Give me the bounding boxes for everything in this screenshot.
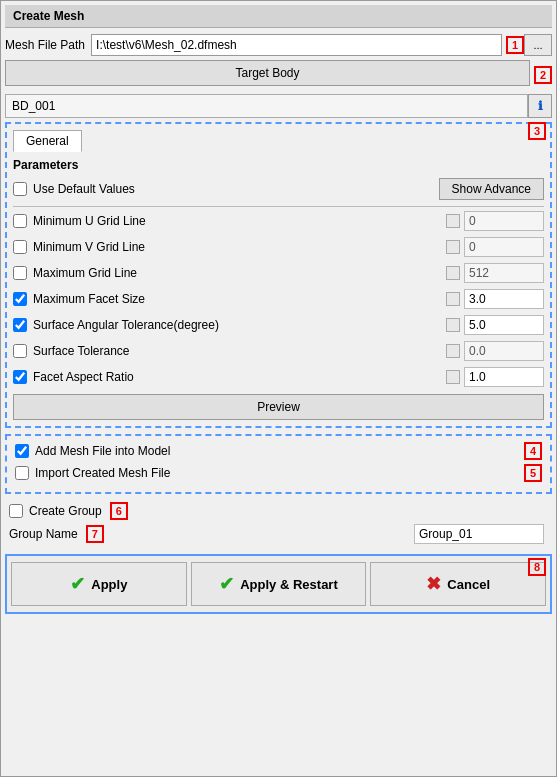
- create-group-checkbox[interactable]: [9, 504, 23, 518]
- param-value-2: [464, 263, 544, 283]
- param-label-0: Minimum U Grid Line: [33, 214, 446, 228]
- param-value-4[interactable]: [464, 315, 544, 335]
- param-row-1: Minimum V Grid Line: [13, 236, 544, 258]
- param-value-0: [464, 211, 544, 231]
- param-value-3[interactable]: [464, 289, 544, 309]
- bd-label: BD_001: [5, 94, 528, 118]
- info-button[interactable]: ℹ: [528, 94, 552, 118]
- target-body-row: Target Body 2: [5, 60, 552, 90]
- mesh-file-path-input[interactable]: [91, 34, 502, 56]
- apply-button[interactable]: ✔ Apply: [11, 562, 187, 606]
- badge-4: 4: [524, 442, 542, 460]
- cancel-label: Cancel: [447, 577, 490, 592]
- param-row-0: Minimum U Grid Line: [13, 210, 544, 232]
- param-label-6: Facet Aspect Ratio: [33, 370, 446, 384]
- create-group-label: Create Group: [29, 504, 102, 518]
- param-value-6[interactable]: [464, 367, 544, 387]
- apply-restart-button[interactable]: ✔ Apply & Restart: [191, 562, 367, 606]
- param-check-3[interactable]: [13, 292, 27, 306]
- param-value-5: [464, 341, 544, 361]
- apply-restart-icon: ✔: [219, 573, 234, 595]
- param-small-check-5: [446, 344, 460, 358]
- param-label-5: Surface Tolerance: [33, 344, 446, 358]
- browse-button[interactable]: ...: [524, 34, 552, 56]
- bd-row: BD_001 ℹ: [5, 94, 552, 118]
- tab-row: General: [13, 130, 544, 152]
- import-mesh-row: Import Created Mesh File 5: [15, 464, 542, 482]
- mesh-file-path-label: Mesh File Path: [5, 38, 85, 52]
- general-panel: 3 General Parameters Use Default Values …: [5, 122, 552, 428]
- group-name-label: Group Name: [9, 527, 78, 541]
- badge-7: 7: [86, 525, 104, 543]
- param-label-2: Maximum Grid Line: [33, 266, 446, 280]
- create-group-row: Create Group 6: [9, 502, 548, 520]
- param-check-4[interactable]: [13, 318, 27, 332]
- use-default-row: Use Default Values Show Advance: [13, 178, 544, 200]
- apply-label: Apply: [91, 577, 127, 592]
- param-small-check-6: [446, 370, 460, 384]
- add-mesh-label: Add Mesh File into Model: [35, 444, 520, 458]
- param-small-check-3: [446, 292, 460, 306]
- bottom-bar: 8 ✔ Apply ✔ Apply & Restart ✖ Cancel: [5, 554, 552, 614]
- param-label-1: Minimum V Grid Line: [33, 240, 446, 254]
- param-row-6: Facet Aspect Ratio: [13, 366, 544, 388]
- param-row-3: Maximum Facet Size: [13, 288, 544, 310]
- cancel-button[interactable]: ✖ Cancel: [370, 562, 546, 606]
- param-row-5: Surface Tolerance: [13, 340, 544, 362]
- badge-8: 8: [528, 558, 546, 576]
- apply-check-icon: ✔: [70, 573, 85, 595]
- param-label-4: Surface Angular Tolerance(degree): [33, 318, 446, 332]
- badge-2: 2: [534, 66, 552, 84]
- parameters-label: Parameters: [13, 158, 544, 172]
- param-small-check-0: [446, 214, 460, 228]
- param-label-3: Maximum Facet Size: [33, 292, 446, 306]
- import-mesh-checkbox[interactable]: [15, 466, 29, 480]
- target-body-button[interactable]: Target Body: [5, 60, 530, 86]
- param-check-0[interactable]: [13, 214, 27, 228]
- param-check-2[interactable]: [13, 266, 27, 280]
- param-value-1: [464, 237, 544, 257]
- badge-5: 5: [524, 464, 542, 482]
- create-group-area: Create Group 6 Group Name 7: [5, 500, 552, 550]
- group-name-row: Group Name 7: [9, 524, 548, 544]
- info-icon: ℹ: [538, 99, 543, 113]
- use-default-label: Use Default Values: [33, 182, 439, 196]
- badge-3: 3: [528, 122, 546, 140]
- general-tab[interactable]: General: [13, 130, 82, 152]
- param-row-4: Surface Angular Tolerance(degree): [13, 314, 544, 336]
- import-mesh-label: Import Created Mesh File: [35, 466, 520, 480]
- param-check-5[interactable]: [13, 344, 27, 358]
- param-check-1[interactable]: [13, 240, 27, 254]
- mesh-file-path-row: Mesh File Path 1 ...: [5, 34, 552, 56]
- main-container: Create Mesh Mesh File Path 1 ... Target …: [0, 0, 557, 777]
- title-bar: Create Mesh: [5, 5, 552, 28]
- preview-button[interactable]: Preview: [13, 394, 544, 420]
- param-small-check-4: [446, 318, 460, 332]
- param-small-check-2: [446, 266, 460, 280]
- badge-1: 1: [506, 36, 524, 54]
- dialog-title: Create Mesh: [13, 9, 84, 23]
- options-panel: Add Mesh File into Model 4 Import Create…: [5, 434, 552, 494]
- param-check-6[interactable]: [13, 370, 27, 384]
- group-name-input[interactable]: [414, 524, 544, 544]
- add-mesh-checkbox[interactable]: [15, 444, 29, 458]
- cancel-icon: ✖: [426, 573, 441, 595]
- apply-restart-label: Apply & Restart: [240, 577, 338, 592]
- add-mesh-row: Add Mesh File into Model 4: [15, 442, 542, 460]
- show-advance-button[interactable]: Show Advance: [439, 178, 544, 200]
- param-small-check-1: [446, 240, 460, 254]
- divider-1: [13, 206, 544, 207]
- param-row-2: Maximum Grid Line: [13, 262, 544, 284]
- use-default-checkbox[interactable]: [13, 182, 27, 196]
- badge-6: 6: [110, 502, 128, 520]
